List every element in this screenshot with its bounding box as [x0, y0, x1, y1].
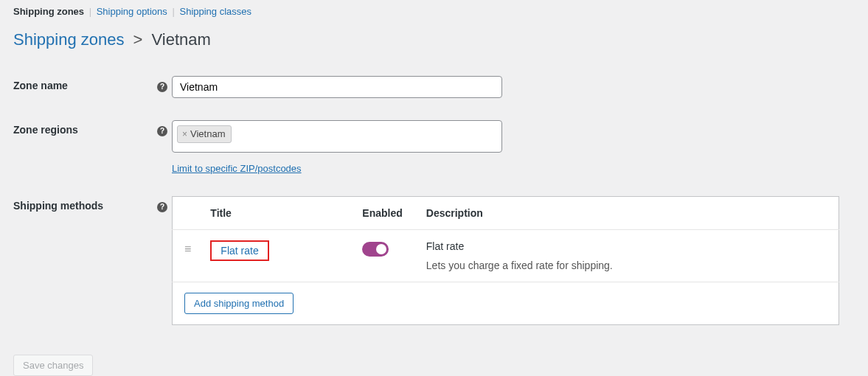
col-sort: [173, 197, 204, 230]
method-desc-body: Lets you charge a fixed rate for shippin…: [426, 260, 827, 271]
col-title-header: Title: [203, 197, 350, 230]
breadcrumb-current: Vietnam: [152, 30, 211, 49]
zone-name-label: Zone name ?: [13, 69, 172, 113]
col-enabled-header: Enabled: [350, 197, 414, 230]
table-row: ≡ Flat rate Flat rate: [173, 230, 839, 282]
tab-shipping-classes[interactable]: Shipping classes: [179, 6, 251, 17]
zone-name-input[interactable]: [172, 76, 502, 98]
enabled-toggle[interactable]: [362, 242, 389, 257]
method-title-link[interactable]: Flat rate: [210, 240, 268, 261]
region-tag-label: Vietnam: [190, 128, 225, 140]
zone-regions-label: Zone regions ?: [13, 113, 172, 189]
separator: |: [170, 6, 176, 17]
add-shipping-method-button[interactable]: Add shipping method: [184, 293, 294, 314]
sub-tabs: Shipping zones | Shipping options | Ship…: [13, 0, 855, 17]
col-description-header: Description: [414, 197, 839, 230]
limit-postcodes-link[interactable]: Limit to specific ZIP/postcodes: [172, 163, 302, 174]
close-icon[interactable]: ×: [182, 129, 187, 139]
tab-shipping-zones[interactable]: Shipping zones: [13, 6, 84, 17]
help-icon[interactable]: ?: [157, 126, 167, 136]
breadcrumb-parent-link[interactable]: Shipping zones: [13, 30, 124, 49]
toggle-knob: [376, 244, 386, 254]
breadcrumb: Shipping zones > Vietnam: [13, 30, 855, 49]
help-icon[interactable]: ?: [157, 82, 167, 92]
zone-regions-input[interactable]: × Vietnam: [172, 120, 502, 153]
separator: |: [87, 6, 94, 17]
chevron-right-icon: >: [129, 30, 147, 49]
save-changes-button[interactable]: Save changes: [13, 355, 93, 376]
drag-handle-icon[interactable]: ≡: [184, 243, 191, 255]
region-tag[interactable]: × Vietnam: [177, 125, 232, 143]
help-icon[interactable]: ?: [157, 202, 167, 212]
shipping-methods-table: Title Enabled Description ≡ Flat rate: [172, 196, 839, 325]
tab-shipping-options[interactable]: Shipping options: [97, 6, 167, 17]
shipping-methods-label: Shipping methods ?: [13, 189, 172, 340]
method-desc-title: Flat rate: [426, 240, 827, 252]
